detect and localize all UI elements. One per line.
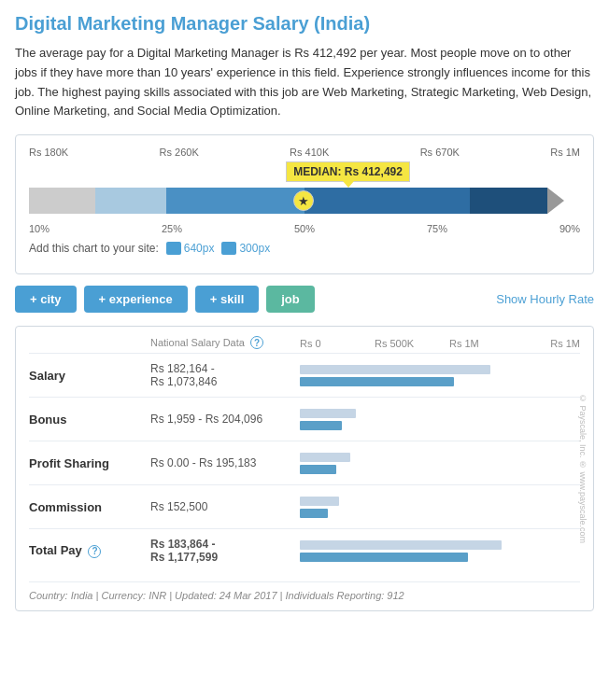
scale-label-3: Rs 410K — [290, 147, 329, 158]
bar-segment-90pct — [470, 188, 547, 214]
commission-bar-bottom — [300, 497, 339, 506]
pct-75: 75% — [427, 223, 447, 234]
total-pay-question-mark[interactable]: ? — [88, 545, 101, 558]
bonus-bar-bottom — [300, 409, 356, 418]
median-label: MEDIAN: Rs 412,492 — [286, 161, 410, 182]
header-rs0: Rs 0 — [300, 338, 375, 349]
percentile-labels: 10% 25% 50% 75% 90% — [29, 223, 580, 234]
profit-sharing-range: Rs 0.00 - Rs 195,183 — [150, 456, 300, 469]
title-country: (India) — [314, 13, 370, 34]
bar-segment-50pct — [166, 188, 304, 214]
show-hourly-link[interactable]: Show Hourly Rate — [496, 292, 594, 306]
total-pay-bar-area — [300, 537, 580, 565]
pct-10: 10% — [29, 223, 50, 234]
scale-label-5: Rs 1M — [550, 147, 580, 158]
bar-track: ★ — [29, 188, 580, 214]
description-text: The average pay for a Digital Marketing … — [15, 44, 594, 121]
profit-sharing-bar-area — [300, 449, 580, 477]
chart-icon-640-img — [166, 242, 181, 255]
salary-label: Salary — [29, 369, 150, 383]
commission-range: Rs 152,500 — [150, 500, 300, 513]
profit-sharing-bar-bottom — [300, 453, 350, 462]
salary-table: National Salary Data ? Rs 0 Rs 500K Rs 1… — [15, 326, 594, 611]
header-rs500k: Rs 500K — [375, 338, 449, 349]
job-button[interactable]: job — [266, 286, 315, 313]
salary-scale-labels: Rs 180K Rs 260K Rs 410K Rs 670K Rs 1M — [29, 147, 580, 158]
city-button[interactable]: + city — [15, 286, 77, 313]
table-row-total-pay: Total Pay ? Rs 183,864 - Rs 1,177,599 — [29, 528, 580, 572]
title-main: Digital Marketing Manager Salary — [15, 13, 314, 34]
total-pay-label: Total Pay ? — [29, 543, 150, 558]
header-rs1m: Rs 1M — [449, 338, 505, 349]
total-pay-bar-bottom — [300, 540, 502, 550]
commission-label: Commission — [29, 500, 150, 514]
national-question-mark[interactable]: ? — [250, 336, 263, 349]
total-pay-range: Rs 183,864 - Rs 1,177,599 — [150, 538, 300, 564]
page-title: Digital Marketing Manager Salary (India) — [15, 13, 594, 35]
table-row-commission: Commission Rs 152,500 — [29, 484, 580, 528]
table-row-bonus: Bonus Rs 1,959 - Rs 204,096 — [29, 397, 580, 441]
pct-25: 25% — [162, 223, 182, 234]
profit-sharing-bar-top — [300, 465, 336, 474]
bar-segment-75pct — [304, 188, 470, 214]
bonus-label: Bonus — [29, 413, 150, 427]
skill-button[interactable]: + skill — [195, 286, 260, 313]
bar-arrow — [547, 188, 564, 214]
pct-90: 90% — [559, 223, 580, 234]
header-rs1m2: Rs 1M — [543, 338, 580, 349]
salary-chart-box: Rs 180K Rs 260K Rs 410K Rs 670K Rs 1M ME… — [15, 134, 594, 274]
add-chart-text: Add this chart to your site: — [29, 242, 159, 255]
chart-icon-640: 640px — [166, 242, 215, 255]
salary-bar-area — [300, 361, 580, 389]
total-pay-bar-top — [300, 553, 468, 562]
chart-icon-300-img — [221, 242, 236, 255]
header-scale: Rs 0 Rs 500K Rs 1M — [300, 338, 543, 349]
median-star-marker: ★ — [293, 190, 314, 211]
page-container: Digital Marketing Manager Salary (India)… — [0, 0, 609, 634]
link-300[interactable]: 300px — [239, 242, 270, 255]
table-row-salary: Salary Rs 182,164 - Rs 1,073,846 — [29, 353, 580, 397]
salary-range: Rs 182,164 - Rs 1,073,846 — [150, 362, 300, 388]
bonus-range: Rs 1,959 - Rs 204,096 — [150, 413, 300, 426]
chart-icon-300: 300px — [221, 242, 270, 255]
commission-bar-area — [300, 493, 580, 521]
bar-segment-25pct — [95, 188, 167, 214]
salary-bar: ★ — [29, 184, 580, 217]
payscale-watermark: © Payscale, Inc. ® www.payscale.com — [578, 394, 588, 543]
scale-label-2: Rs 260K — [160, 147, 199, 158]
salary-table-footer: Country: India | Currency: INR | Updated… — [29, 581, 580, 601]
bonus-bar-area — [300, 405, 580, 433]
experience-button[interactable]: + experience — [84, 286, 188, 313]
salary-bar-bottom — [300, 365, 490, 374]
bonus-bar-top — [300, 421, 342, 430]
table-header-row: National Salary Data ? Rs 0 Rs 500K Rs 1… — [29, 336, 580, 353]
pct-50: 50% — [294, 223, 315, 234]
scale-label-4: Rs 670K — [420, 147, 460, 158]
action-row: + city + experience + skill job Show Hou… — [15, 286, 594, 313]
chart-footer: Add this chart to your site: 640px 300px — [29, 242, 580, 255]
bar-segment-10pct — [29, 188, 95, 214]
scale-label-1: Rs 180K — [29, 147, 68, 158]
salary-bar-top — [300, 377, 454, 386]
header-national: National Salary Data ? — [150, 336, 300, 349]
commission-bar-top — [300, 509, 328, 518]
profit-sharing-label: Profit Sharing — [29, 456, 150, 470]
table-row-profit-sharing: Profit Sharing Rs 0.00 - Rs 195,183 — [29, 441, 580, 484]
link-640[interactable]: 640px — [184, 242, 215, 255]
